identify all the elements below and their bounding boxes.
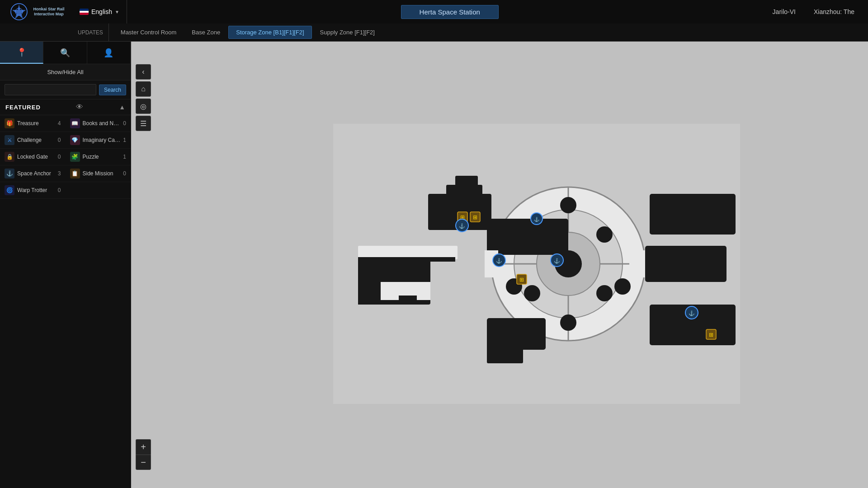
svg-rect-40 <box>629 250 645 277</box>
warp-trotter-icon: 🌀 <box>5 185 14 195</box>
svg-rect-14 <box>358 277 381 305</box>
sidebar-location-btn[interactable]: 📍 <box>0 42 43 64</box>
svg-point-34 <box>614 278 631 295</box>
svg-rect-27 <box>650 194 736 235</box>
category-warp-trotter[interactable]: 🌀 Warp Trotter 0 <box>0 182 66 199</box>
logo-area: Honkai Star Rail Honkai Star RailInterac… <box>0 0 72 23</box>
sidebar-user-btn[interactable]: 👤 <box>87 42 131 64</box>
warp-trotter-count: 0 <box>58 187 61 193</box>
map-title[interactable]: Herta Space Station <box>401 5 499 19</box>
chevron-down-icon: ▼ <box>115 9 119 14</box>
zoom-in-btn[interactable]: + <box>136 439 151 455</box>
space-anchor-label: Space Anchor <box>17 170 55 177</box>
space-anchor-count: 3 <box>58 170 61 177</box>
game-logo: Honkai Star Rail <box>8 3 30 21</box>
map-svg: ⊞ ⊞ ⊞ ⊞ ⚓ ⚓ ⚓ <box>333 124 740 404</box>
category-empty <box>66 182 131 199</box>
category-row-1: 🎁 Treasure 4 📖 Books and Notes 0 <box>0 115 131 132</box>
side-mission-label: Side Mission <box>83 170 121 177</box>
zoom-controls: + − <box>136 439 151 470</box>
top-header: Honkai Star Rail Honkai Star RailInterac… <box>0 0 868 23</box>
updates-label: UPDATES <box>72 23 109 41</box>
tab-base-zone[interactable]: Base Zone <box>184 26 227 38</box>
language-selector[interactable]: English ▼ <box>72 0 127 23</box>
category-row-5: 🌀 Warp Trotter 0 <box>0 182 131 199</box>
side-mission-count: 0 <box>123 170 126 177</box>
sidebar-search-btn[interactable]: 🔍 <box>43 42 87 64</box>
nav-xianzhou[interactable]: Xianzhou: The <box>814 8 854 15</box>
treasure-icon: 🎁 <box>5 118 14 128</box>
category-books[interactable]: 📖 Books and Notes 0 <box>66 115 131 132</box>
svg-rect-17 <box>417 282 430 300</box>
svg-text:⚓: ⚓ <box>554 258 560 264</box>
books-count: 0 <box>123 120 126 127</box>
category-puzzle[interactable]: 🧩 Puzzle 1 <box>66 149 131 165</box>
category-challenge[interactable]: ⚔ Challenge 0 <box>0 132 66 149</box>
tab-supply-zone[interactable]: Supply Zone [F1][F2] <box>313 26 382 38</box>
map-home-btn[interactable]: ⌂ <box>136 81 151 97</box>
map-list-btn[interactable]: ☰ <box>136 116 151 131</box>
map-area[interactable]: ‹ ⌂ ◎ ☰ + − <box>131 42 868 488</box>
show-hide-all-btn[interactable]: Show/Hide All <box>0 64 131 80</box>
challenge-label: Challenge <box>17 137 55 143</box>
search-input[interactable] <box>5 84 96 95</box>
category-row-4: ⚓ Space Anchor 3 📋 Side Mission 0 <box>0 165 131 182</box>
svg-text:⚓: ⚓ <box>689 310 695 316</box>
imaginary-label: Imaginary Caries <box>83 137 121 143</box>
svg-point-35 <box>524 226 540 243</box>
locked-gate-count: 0 <box>58 154 61 160</box>
imaginary-count: 1 <box>123 137 126 143</box>
featured-collapse-icon[interactable]: ▲ <box>119 103 125 111</box>
map-target-btn[interactable]: ◎ <box>136 99 151 114</box>
locked-gate-label: Locked Gate <box>17 154 55 160</box>
map-back-btn[interactable]: ‹ <box>136 64 151 80</box>
svg-rect-15 <box>381 282 399 300</box>
svg-text:⚓: ⚓ <box>496 258 502 264</box>
svg-text:⊞: ⊞ <box>473 214 477 221</box>
category-imaginary[interactable]: 💎 Imaginary Caries 1 <box>66 132 131 149</box>
tabs-row: UPDATES Master Control Room Base Zone St… <box>0 23 868 42</box>
svg-rect-25 <box>487 341 523 363</box>
nav-jarilo[interactable]: Jarilo-VI <box>773 8 796 15</box>
sidebar-icons: 📍 🔍 👤 <box>0 42 131 64</box>
search-button[interactable]: Search <box>99 84 126 95</box>
space-anchor-icon: ⚓ <box>5 169 14 178</box>
challenge-icon: ⚔ <box>5 135 14 145</box>
category-treasure[interactable]: 🎁 Treasure 4 <box>0 115 66 132</box>
books-label: Books and Notes <box>83 120 121 127</box>
svg-text:⊞: ⊞ <box>519 277 524 283</box>
category-side-mission[interactable]: 📋 Side Mission 0 <box>66 165 131 182</box>
category-locked-gate[interactable]: 🔒 Locked Gate 0 <box>0 149 66 165</box>
warp-trotter-label: Warp Trotter <box>17 187 55 193</box>
treasure-count: 4 <box>58 120 61 127</box>
books-icon: 📖 <box>70 118 80 128</box>
map-title-center: Herta Space Station <box>127 5 773 19</box>
svg-marker-2 <box>12 5 26 19</box>
challenge-count: 0 <box>58 137 61 143</box>
category-space-anchor[interactable]: ⚓ Space Anchor 3 <box>0 165 66 182</box>
featured-eye-icon[interactable]: 👁 <box>76 103 83 111</box>
locked-gate-icon: 🔒 <box>5 152 14 162</box>
category-row-3: 🔒 Locked Gate 0 🧩 Puzzle 1 <box>0 149 131 165</box>
svg-rect-16 <box>399 282 417 296</box>
svg-point-31 <box>560 197 576 213</box>
svg-point-32 <box>560 314 576 331</box>
svg-point-37 <box>524 285 540 301</box>
category-list: 🎁 Treasure 4 📖 Books and Notes 0 ⚔ Chall… <box>0 115 131 199</box>
tab-master-control[interactable]: Master Control Room <box>113 26 184 38</box>
puzzle-label: Puzzle <box>83 154 121 160</box>
svg-rect-19 <box>358 257 455 262</box>
flag-icon <box>80 9 89 15</box>
svg-point-36 <box>596 226 613 243</box>
svg-rect-22 <box>455 176 478 194</box>
tab-storage-zone[interactable]: Storage Zone [B1][F1][F2] <box>228 26 311 39</box>
side-mission-icon: 📋 <box>70 169 80 178</box>
zoom-out-btn[interactable]: − <box>136 455 151 470</box>
logo-text: Honkai Star RailInteractive Map <box>33 7 64 17</box>
svg-text:⚓: ⚓ <box>459 223 465 229</box>
category-row-2: ⚔ Challenge 0 💎 Imaginary Caries 1 <box>0 132 131 149</box>
svg-rect-29 <box>695 205 722 228</box>
puzzle-count: 1 <box>123 154 126 160</box>
sidebar: 📍 🔍 👤 Show/Hide All Search FEATURED 👁 ▲ … <box>0 42 131 488</box>
nav-links: Jarilo-VI Xianzhou: The <box>773 8 868 15</box>
